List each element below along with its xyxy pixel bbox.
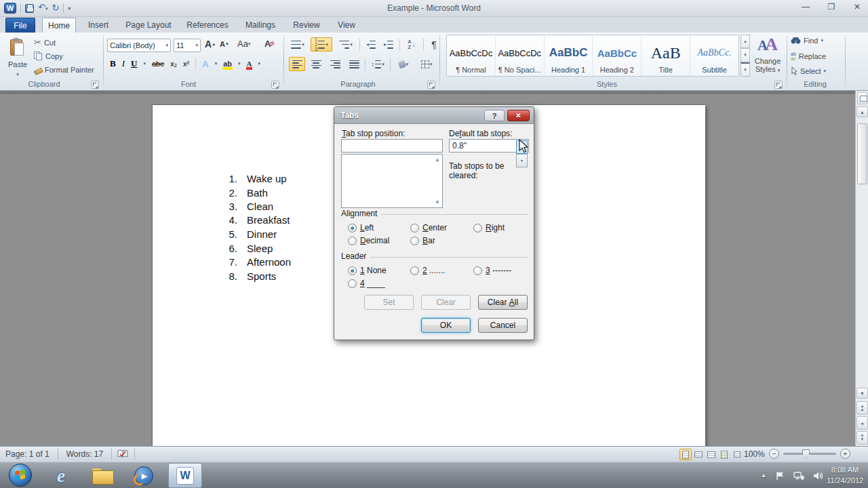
radio-right[interactable]: Right [473,223,505,232]
set-button[interactable]: Set [364,295,414,310]
superscript-button[interactable]: x² [183,60,189,68]
sort-button[interactable]: AZ↓ [404,38,419,52]
list-item[interactable]: 1.Wake up [224,173,287,184]
word-count[interactable]: Words: 17 [64,449,106,459]
proofing-status-icon[interactable] [117,449,129,459]
align-right-button[interactable] [327,57,343,71]
fullscreen-reading-view-button[interactable] [692,449,705,460]
shrink-font-button[interactable]: A▼ [220,40,229,48]
cancel-button[interactable]: Cancel [478,318,528,333]
start-button[interactable] [9,464,32,487]
decrease-indent-button[interactable]: ◂ [364,38,378,52]
numbering-button[interactable]: 123 ▾ [311,37,332,52]
show-hidden-icons-icon[interactable]: ▲ [761,472,766,479]
internet-explorer-icon[interactable]: e [49,465,73,487]
draft-view-button[interactable] [731,449,743,460]
style-normal[interactable]: AaBbCcDc ¶ Normal [447,35,496,76]
justify-button[interactable] [346,57,362,71]
radio-decimal[interactable]: Decimal [348,236,389,245]
list-item[interactable]: 7.Afternoon [224,256,291,268]
list-item[interactable]: 4.Breakfast [224,214,290,226]
tab-stop-listbox[interactable]: ▲ ▼ [341,154,443,208]
text-effects-button[interactable]: A [202,59,208,69]
windows-explorer-icon[interactable] [90,465,115,487]
ruler-toggle-icon[interactable] [857,92,867,104]
styles-dialog-launcher[interactable] [774,81,783,89]
tab-references[interactable]: References [182,18,233,33]
radio-bar[interactable]: Bar [410,236,435,245]
list-item[interactable]: 8.Sports [224,270,276,282]
select-browse-object-button[interactable]: ● [856,416,868,430]
outline-view-button[interactable] [718,449,730,460]
radio-center[interactable]: Center [410,223,447,232]
dialog-help-button[interactable]: ? [484,110,505,121]
style-no-spacing[interactable]: AaBbCcDc ¶ No Spaci... [496,35,545,76]
format-painter-button[interactable]: Format Painter [34,66,94,74]
ok-button[interactable]: OK [421,318,471,333]
zoom-out-icon[interactable]: − [769,449,779,459]
list-item[interactable]: 5.Dinner [224,228,277,240]
paste-button[interactable]: Paste ▾ [5,35,30,80]
radio-left[interactable]: Left [348,223,374,232]
clipboard-dialog-launcher[interactable] [91,81,99,89]
tab-page-layout[interactable]: Page Layout [119,18,178,33]
tab-view[interactable]: View [331,18,362,33]
font-color-button[interactable]: A [247,60,252,68]
zoom-slider-thumb[interactable] [802,449,810,458]
tab-home[interactable]: Home [42,18,76,33]
change-case-button[interactable]: Aa▾ [237,39,250,49]
zoom-level[interactable]: 100% [744,449,765,459]
copy-button[interactable]: Copy [34,52,63,60]
action-center-flag-icon[interactable] [775,471,785,481]
clear-formatting-button[interactable]: A [264,39,274,49]
media-player-icon[interactable]: ▶ [132,465,156,487]
dialog-close-button[interactable]: ✕ [507,110,530,121]
clear-all-button[interactable]: Clear All [478,295,528,310]
next-page-button[interactable]: ▼▼ [856,431,868,445]
default-tab-stops-spinner[interactable]: 0.8" ▲ ▼ [449,139,529,152]
zoom-slider[interactable] [783,453,836,455]
list-item[interactable]: 3.Clean [224,201,273,212]
highlight-color-button[interactable]: ab [223,60,232,68]
grow-font-button[interactable]: A▲ [205,39,216,49]
find-button[interactable]: Find▾ [791,37,823,45]
vertical-scrollbar[interactable]: ▲ ▼ ▲▲ ● ▼▼ [855,91,868,446]
restore-button[interactable]: ❐ [826,2,837,12]
show-hide-pilcrow-button[interactable]: ¶ [428,38,440,52]
tab-mailings[interactable]: Mailings [239,18,282,33]
align-center-button[interactable] [308,57,324,71]
replace-button[interactable]: abac Replace [791,52,826,61]
list-item[interactable]: 2.Bath [224,187,268,199]
underline-menu-arrow[interactable]: ▾ [143,61,146,66]
multilevel-list-button[interactable]: ▾ [336,38,355,52]
minimize-button[interactable]: — [800,2,811,12]
bullets-button[interactable]: ▾ [289,38,307,52]
tab-review[interactable]: Review [288,18,326,33]
tab-stop-position-input[interactable] [341,139,443,152]
underline-button[interactable]: U [131,58,137,69]
tab-file[interactable]: File [5,18,35,33]
font-size-combo[interactable]: 11▾ [174,39,201,52]
select-button[interactable]: Select▾ [791,66,826,75]
line-spacing-button[interactable]: ↕▾ [368,57,387,71]
page-count[interactable]: Page: 1 of 1 [3,449,52,459]
zoom-in-icon[interactable]: + [840,449,850,459]
font-name-combo[interactable]: Calibri (Body)▾ [107,39,171,52]
taskbar-clock[interactable]: 8:08 AM 11/24/2012 [825,464,865,486]
radio-leader-dots[interactable]: 2 ....... [410,266,445,275]
word-taskbar-button[interactable]: W [168,463,202,488]
style-heading1[interactable]: AaBbC Heading 1 [545,35,593,76]
listbox-scroll-up-icon[interactable]: ▲ [435,157,440,163]
radio-leader-dashes[interactable]: 3 ------- [473,266,511,275]
strikethrough-button[interactable]: abe [152,60,164,68]
increase-indent-button[interactable]: ▸ [382,38,395,52]
change-styles-button[interactable]: AA Change Styles ▾ [749,35,787,78]
align-left-button[interactable] [289,57,305,71]
borders-button[interactable]: ▾ [416,57,437,71]
scroll-up-button[interactable]: ▲ [856,106,868,117]
print-layout-view-button[interactable] [679,449,692,460]
style-subtitle[interactable]: AaBbCc. Subtitle [690,35,738,76]
cut-button[interactable]: ✂ Cut [34,37,56,47]
scrollbar-thumb[interactable] [857,123,867,184]
tab-insert[interactable]: Insert [81,18,115,33]
